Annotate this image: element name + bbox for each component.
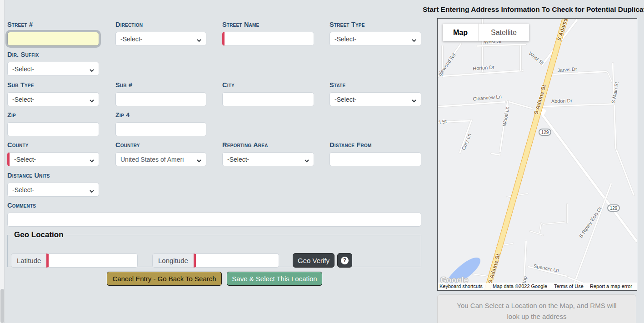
report-map-error-link[interactable]: Report a map error [590, 283, 632, 289]
chevron-down-icon [411, 97, 417, 104]
road [438, 101, 506, 108]
road [612, 62, 617, 149]
reporting-area-select[interactable]: -Select- [222, 152, 314, 166]
country-select[interactable]: United States of Ameri [115, 152, 206, 166]
duplicates-notice: Start Entering Address Information To Ch… [423, 5, 642, 14]
map-hint: You Can Select a Location on the Map, an… [437, 294, 636, 323]
chevron-down-icon [89, 157, 95, 164]
geo-verify-button[interactable]: Geo Verify [293, 253, 334, 268]
geo-help-button[interactable]: ? [337, 253, 352, 268]
keyboard-shortcuts-link[interactable]: Keyboard shortcuts [439, 283, 483, 289]
satellite-tab[interactable]: Satellite [479, 24, 529, 41]
state-select[interactable]: -Select- [329, 92, 421, 106]
road-label: Clearview Ln [473, 94, 502, 101]
road [566, 203, 568, 224]
left-scrollbar-track[interactable] [0, 0, 5, 323]
state-select-value: -Select- [334, 96, 356, 103]
sub-type-label: Sub Type [7, 81, 34, 89]
chevron-down-icon [89, 188, 95, 195]
road-label: l St [439, 119, 447, 125]
left-scrollbar-thumb[interactable] [0, 289, 4, 323]
route-129-badge: 129 [607, 204, 620, 212]
distance-units-select[interactable]: -Select- [7, 183, 99, 197]
reporting-area-select-value: -Select- [227, 156, 249, 163]
question-mark-icon: ? [341, 257, 349, 264]
direction-select[interactable]: -Select- [115, 32, 206, 46]
distance-from-input[interactable] [329, 152, 421, 166]
map-hint-line1: You Can Select a Location on the Map, an… [438, 300, 636, 311]
comments-input[interactable] [7, 213, 421, 227]
road-label: S Main St [610, 81, 619, 104]
street-type-label: Street Type [329, 21, 365, 28]
cancel-entry-button[interactable]: Cancel Entry - Go Back To Search [107, 272, 222, 286]
chevron-down-icon [89, 97, 95, 104]
longitude-input[interactable] [194, 253, 279, 268]
county-select[interactable]: -Select- [7, 152, 99, 166]
zip-label: Zip [7, 111, 16, 119]
road-label: Wood Ln [502, 106, 510, 126]
longitude-label: Longitude [152, 253, 194, 268]
road-label: glewood Rd [437, 52, 457, 77]
zip-input[interactable] [7, 122, 99, 136]
direction-select-value: -Select- [120, 35, 142, 43]
zip4-input[interactable] [115, 122, 206, 136]
geo-location-legend: Geo Location [11, 230, 66, 239]
chevron-down-icon [411, 37, 417, 44]
distance-from-label: Distance From [329, 141, 371, 149]
street-name-label: Street Name [222, 21, 259, 28]
latitude-input[interactable] [46, 253, 138, 268]
street-number-label: Street # [7, 21, 33, 28]
route-129-badge: 129 [539, 129, 551, 136]
chevron-down-icon [89, 67, 95, 74]
dir-suffix-label: Dir. Suffix [7, 51, 39, 58]
road [519, 45, 522, 71]
latitude-group: Latitude [11, 253, 138, 268]
chevron-down-icon [196, 157, 202, 164]
chevron-down-icon [304, 157, 310, 164]
road-label: Horton Dr [473, 64, 494, 71]
direction-label: Direction [115, 21, 143, 28]
country-select-value: United States of Ameri [120, 156, 184, 163]
street-number-input[interactable] [7, 32, 99, 46]
distance-units-label: Distance Units [7, 172, 50, 179]
sub-type-select[interactable]: -Select- [7, 92, 99, 106]
road [529, 230, 544, 236]
map-hint-line2: look up the address [438, 311, 636, 322]
road-label: S Ripley Ests Dr [578, 205, 603, 239]
road [542, 221, 568, 225]
terms-of-use-link[interactable]: Terms of Use [554, 283, 584, 289]
map-attribution: Keyboard shortcuts Map data ©2022 Google… [438, 283, 637, 290]
road-label: West St [528, 50, 545, 65]
longitude-group: Longitude [152, 253, 279, 268]
sub-type-select-value: -Select- [12, 96, 34, 103]
comments-label: Comments [7, 202, 36, 209]
city-input[interactable] [222, 92, 314, 106]
map-canvas[interactable]: West St West St Horton Dr glewood Rd Cle… [437, 18, 637, 291]
road [539, 222, 542, 234]
sub-number-label: Sub # [115, 81, 132, 89]
country-label: Country [115, 141, 140, 149]
map-data-text: Map data ©2022 Google [493, 283, 547, 289]
city-label: City [222, 81, 235, 89]
geo-location-fieldset: Geo Location Latitude Longitude Geo Veri… [7, 230, 421, 267]
county-label: County [7, 141, 29, 149]
street-name-input[interactable] [222, 32, 314, 46]
latitude-label: Latitude [11, 253, 46, 268]
road-label: Abdon Dr [551, 98, 573, 104]
map-tab[interactable]: Map [443, 24, 479, 41]
map-type-control: Map Satellite [443, 24, 529, 41]
road-label-s-adams: S Adams St [487, 253, 501, 284]
sub-number-input[interactable] [115, 92, 206, 106]
distance-units-select-value: -Select- [12, 186, 34, 194]
reporting-area-label: Reporting Area [222, 141, 268, 149]
street-type-select[interactable]: -Select- [329, 32, 421, 46]
county-select-value: -Select- [14, 156, 36, 163]
road [569, 182, 613, 291]
road [615, 149, 635, 196]
chevron-down-icon [196, 37, 202, 44]
save-select-location-button[interactable]: Save & Select This Location [227, 272, 322, 286]
dir-suffix-select-value: -Select- [12, 65, 34, 73]
zip4-label: Zip 4 [115, 111, 130, 119]
dir-suffix-select[interactable]: -Select- [7, 62, 99, 76]
street-type-select-value: -Select- [334, 35, 356, 43]
